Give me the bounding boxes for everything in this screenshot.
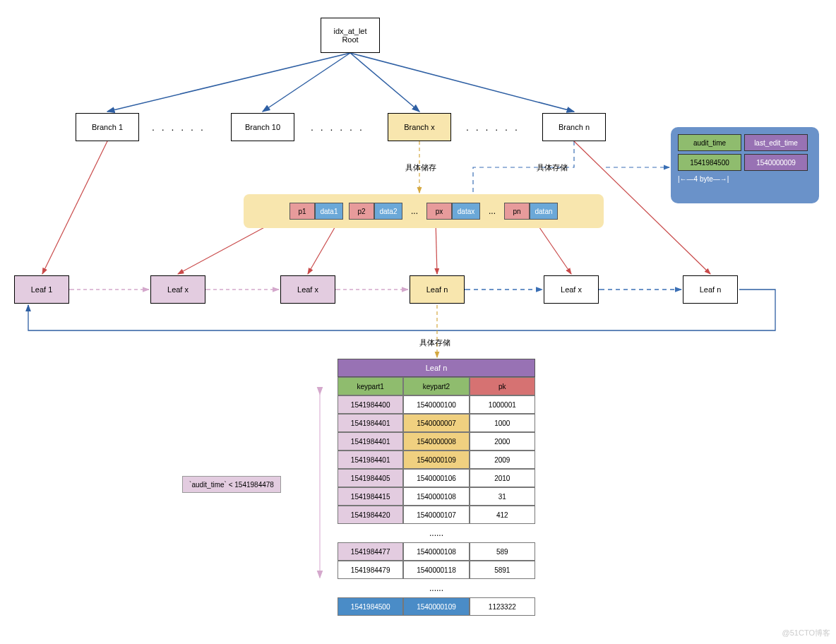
branch-node-1: Branch 10 [231,113,294,141]
table-cell: 1541984415 [338,487,403,506]
svg-line-2 [350,53,419,112]
side-header-1: last_edit_time [744,134,808,151]
table-row: 154198440515400001062010 [338,469,535,487]
leaf-node-3: Leaf n [410,275,465,304]
table-cell: 1540000007 [403,414,469,432]
p-cell-0: p1 [289,203,315,220]
root-node: idx_at_let Root [321,18,380,53]
data-cell-1: data2 [374,203,402,220]
branch-node-3: Branch n [542,113,606,141]
table-cell: 1540000109 [403,597,469,616]
branch-ellipsis-1: . . . . . . [311,121,364,133]
branch-node-2: Branch x [388,113,451,141]
table-row: 15419844771540000108589 [338,542,535,561]
leaf-node-4: Leaf x [544,275,599,304]
data-cell-3: datax [452,203,480,220]
table-row: 154198450015400001091123322 [338,597,535,616]
branch-ellipsis-0: . . . . . . [152,121,205,133]
side-panel: audit_time last_edit_time 1541984500 154… [671,127,819,203]
table-cell: 1000001 [470,395,535,414]
svg-line-9 [308,220,339,274]
note-box: `audit_time` < 1541984478 [182,476,281,493]
leaf-node-1: Leaf x [150,275,205,304]
table-cell: 1540000107 [403,506,469,524]
byte-label: |←— 4 byte —→| [678,175,812,183]
side-header-0: audit_time [678,134,741,151]
table-cell: 412 [470,506,535,524]
table-cell: 1123322 [470,597,535,616]
leaf-table: Leaf n keypart1 keypart2 pk 154198440015… [338,359,535,616]
data-cell-5: datan [530,203,558,220]
table-cell: 1540000118 [403,561,469,579]
p-cell-5: pn [504,203,530,220]
branch-inner-block: p1data1p2data2...pxdatax...pndatan [244,194,604,228]
table-row: 154198440115400000082000 [338,432,535,451]
table-cell: 1541984401 [338,432,403,451]
inner-dots-4: ... [486,206,498,216]
data-cell-0: data1 [315,203,343,220]
table-row: 154198440115400001092009 [338,451,535,469]
table-cell: 1541984479 [338,561,403,579]
watermark: @51CTO博客 [782,628,830,638]
svg-line-6 [42,141,107,274]
table-title: Leaf n [338,359,535,377]
svg-line-1 [263,53,350,112]
table-cell: 1540000108 [403,487,469,506]
table-row: 1541984415154000010831 [338,487,535,506]
svg-line-11 [535,220,571,274]
table-cell: 1540000008 [403,432,469,451]
table-cell: 2009 [470,451,535,469]
table-cell: 1540000108 [403,542,469,561]
leaf-node-0: Leaf 1 [14,275,69,304]
leaf-node-2: Leaf x [280,275,335,304]
label-store3: 具体存储 [419,338,450,348]
th-0: keypart1 [338,377,403,395]
table-row: 154198447915400001185891 [338,561,535,579]
th-2: pk [470,377,535,395]
ellipsis-2: ...... [338,579,535,597]
table-cell: 2000 [470,432,535,451]
table-cell: 1541984477 [338,542,403,561]
label-store1: 具体储存 [405,162,436,173]
table-cell: 1541984500 [338,597,403,616]
leaf-node-5: Leaf n [683,275,738,304]
table-cell: 1000 [470,414,535,432]
label-store2: 具体存储 [537,162,568,173]
table-cell: 1541984401 [338,414,403,432]
table-cell: 31 [470,487,535,506]
th-1: keypart2 [403,377,469,395]
ellipsis-1: ...... [338,524,535,542]
p-cell-1: p2 [349,203,374,220]
table-cell: 1541984401 [338,451,403,469]
svg-line-10 [436,220,437,274]
table-row: 15419844201540000107412 [338,506,535,524]
root-line1: idx_at_let [333,27,366,35]
table-cell: 1540000106 [403,469,469,487]
branch-ellipsis-2: . . . . . . [466,121,520,133]
table-cell: 1540000100 [403,395,469,414]
svg-line-3 [350,53,574,112]
p-cell-3: px [426,203,452,220]
svg-line-8 [178,220,277,274]
side-value-0: 1541984500 [678,154,741,171]
table-cell: 5891 [470,561,535,579]
table-row: 154198440015400001001000001 [338,395,535,414]
table-cell: 589 [470,542,535,561]
table-cell: 1541984405 [338,469,403,487]
table-cell: 1541984420 [338,506,403,524]
svg-line-0 [107,53,350,112]
table-cell: 1540000109 [403,451,469,469]
side-value-1: 1540000009 [744,154,808,171]
table-cell: 2010 [470,469,535,487]
table-cell: 1541984400 [338,395,403,414]
branch-node-0: Branch 1 [76,113,139,141]
inner-dots-2: ... [408,206,421,216]
table-row: 154198440115400000071000 [338,414,535,432]
root-line2: Root [342,35,358,44]
